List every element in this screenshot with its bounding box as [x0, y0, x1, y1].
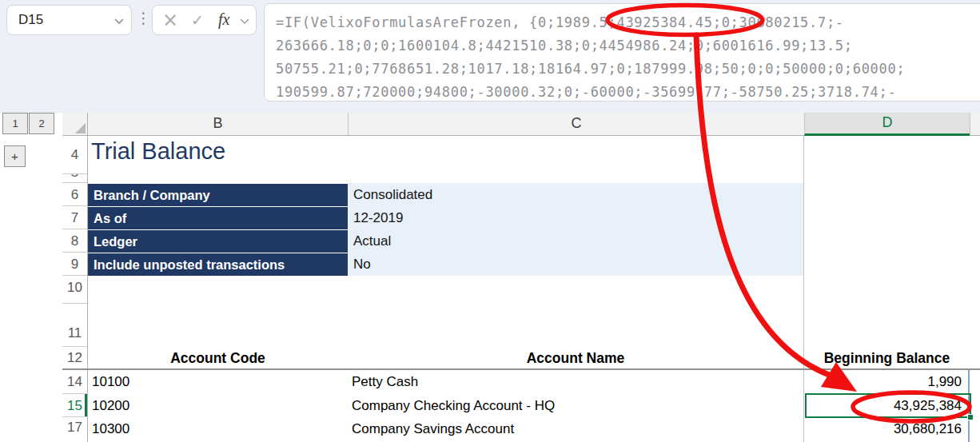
table-header-account-code[interactable]: Account Code: [88, 346, 348, 370]
formula-line: =IF(VelixoFormulasAreFrozen, {0;1989.5;4…: [276, 11, 980, 34]
name-box-value: D15: [18, 6, 43, 34]
cell-b15-account-code[interactable]: 10200: [92, 394, 129, 418]
outline-expand-button[interactable]: +: [4, 145, 26, 167]
info-value-include-unposted[interactable]: No: [348, 253, 803, 276]
formula-line: 263666.18;0;0;1600104.8;4421510.38;0;445…: [276, 34, 980, 58]
row-header-8[interactable]: 8: [62, 229, 87, 253]
row-header-4[interactable]: 4: [62, 144, 87, 166]
info-label-include-unposted[interactable]: Include unposted transactions: [88, 253, 348, 276]
row-header-5[interactable]: 5: [62, 173, 87, 182]
row-header-14[interactable]: 14: [62, 371, 87, 393]
formula-line: 190599.87;720000;94800;-30000.32;0;-6000…: [276, 81, 980, 102]
column-header-c[interactable]: C: [348, 113, 804, 136]
cancel-icon[interactable]: ×: [162, 6, 178, 34]
cell-c14-account-name[interactable]: Petty Cash: [352, 370, 418, 394]
gridline: [87, 113, 88, 442]
gridline: [62, 393, 87, 394]
row-header-7[interactable]: 7: [62, 206, 87, 229]
info-value-ledger[interactable]: Actual: [348, 229, 803, 253]
outline-level-2-button[interactable]: 2: [29, 113, 54, 134]
excel-window: D15 ⋮ × ✓ fx =IF(VelixoFormulasAreFrozen…: [0, 0, 980, 442]
select-all-corner[interactable]: [62, 113, 88, 136]
gridline: [62, 346, 87, 347]
row-header-9[interactable]: 9: [62, 253, 87, 276]
gridline: [62, 275, 87, 276]
formula-line: 50755.21;0;7768651.28;1017.18;18164.97;0…: [276, 58, 980, 81]
cell-b17-account-code[interactable]: 10300: [92, 417, 129, 441]
selection-border-d15: [805, 393, 971, 418]
gridline: [62, 303, 87, 304]
sheet-title[interactable]: Trial Balance: [91, 138, 225, 165]
gridline: [62, 229, 87, 229]
enter-icon[interactable]: ✓: [191, 6, 204, 34]
name-box[interactable]: D15: [6, 5, 132, 35]
chevron-down-icon[interactable]: [114, 18, 125, 25]
column-header-sliver[interactable]: [970, 113, 980, 136]
chevron-down-icon[interactable]: [239, 18, 250, 25]
formula-input[interactable]: =IF(VelixoFormulasAreFrozen, {0;1989.5;4…: [264, 3, 980, 102]
gridline: [62, 205, 87, 206]
info-value-branch-company[interactable]: Consolidated: [348, 183, 803, 206]
table-header-beginning-balance[interactable]: Beginning Balance: [804, 346, 970, 370]
insert-function-icon[interactable]: fx: [218, 6, 229, 33]
info-label-as-of[interactable]: As of: [88, 207, 348, 229]
cell-c15-account-name[interactable]: Company Checking Account - HQ: [352, 394, 555, 418]
row-header-12[interactable]: 12: [62, 347, 87, 369]
row-header-6[interactable]: 6: [62, 183, 87, 206]
cell-d17-balance[interactable]: 30,680,216: [804, 417, 962, 441]
cell-d14-balance[interactable]: 1,990: [804, 370, 962, 394]
formula-bar-menu-dots-icon[interactable]: ⋮: [136, 6, 151, 30]
formula-buttons-group: × ✓ fx: [152, 5, 257, 35]
gridline: [62, 252, 87, 253]
row-header-15[interactable]: 15: [62, 394, 87, 417]
outline-level-1-button[interactable]: 1: [2, 113, 28, 134]
fill-handle[interactable]: [967, 414, 974, 420]
row-header-10[interactable]: 10: [62, 277, 87, 299]
info-label-branch-company[interactable]: Branch / Company: [88, 184, 348, 206]
select-all-triangle-icon: [75, 123, 86, 133]
gridline: [62, 173, 87, 174]
cell-b14-account-code[interactable]: 10100: [92, 370, 129, 394]
row-header-11[interactable]: 11: [62, 322, 87, 344]
table-header-account-name[interactable]: Account Name: [348, 346, 803, 370]
gridline: [62, 416, 87, 417]
column-header-d[interactable]: D: [804, 113, 970, 136]
cell-c17-account-name[interactable]: Company Savings Account: [352, 417, 514, 441]
row-header-17[interactable]: 17: [62, 416, 87, 439]
info-value-as-of[interactable]: 12-2019: [348, 206, 803, 229]
column-header-b[interactable]: B: [88, 113, 348, 136]
info-label-ledger[interactable]: Ledger: [88, 230, 348, 253]
gridline: [62, 182, 87, 183]
